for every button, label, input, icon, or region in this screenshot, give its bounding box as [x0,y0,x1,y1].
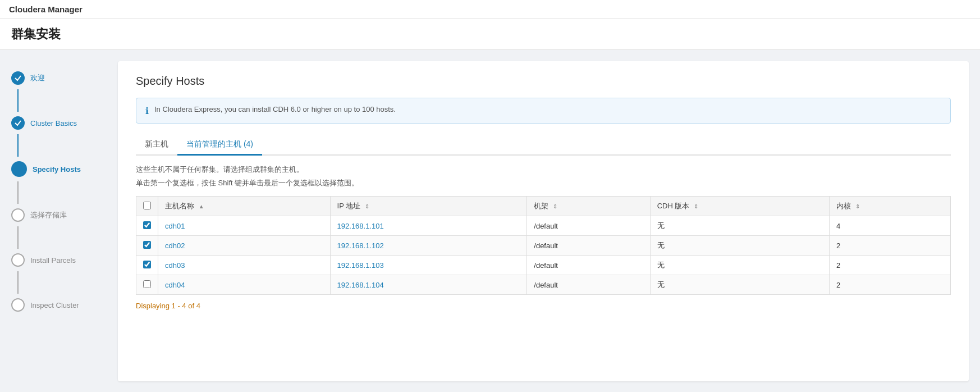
cdh-cell-2: 无 [650,256,829,275]
sort-hostname-icon: ▲ [199,203,204,209]
cdh-cell-1: 无 [650,236,829,256]
sort-rack-icon: ⇕ [553,203,557,209]
info-icon: ℹ [145,106,149,116]
desc-text-1: 这些主机不属于任何群集。请选择组成群集的主机。 [136,165,951,175]
step-label-select-repo: 选择存储库 [30,210,67,220]
connector-2 [17,134,19,157]
sidebar-item-specify-hosts[interactable]: Specify Hosts [0,157,112,181]
step-icon-cluster-basics [11,116,25,130]
sidebar: 欢迎 Cluster Basics Specify Hosts [0,50,112,392]
step-item-install-parcels: Install Parcels [0,249,112,294]
th-ip[interactable]: IP 地址 ⇕ [330,197,527,216]
step-item-welcome: 欢迎 [0,67,112,112]
hostname-link-0[interactable]: cdh01 [165,222,185,230]
row-checkbox-3[interactable] [143,280,151,288]
th-cdh[interactable]: CDH 版本 ⇕ [650,197,829,216]
connector-5 [17,271,19,294]
desc-text-2: 单击第一个复选框，按住 Shift 键并单击最后一个复选框以选择范围。 [136,178,951,188]
cdh-cell-3: 无 [650,275,829,295]
th-rack[interactable]: 机架 ⇕ [527,197,650,216]
step-icon-welcome [11,71,25,85]
step-label-specify-hosts: Specify Hosts [33,165,81,174]
step-icon-specify-hosts [11,161,27,177]
sidebar-item-inspect-cluster[interactable]: Inspect Cluster [0,294,112,316]
info-box: ℹ In Cloudera Express, you can install C… [136,98,951,124]
step-label-inspect-cluster: Inspect Cluster [30,301,79,309]
rack-cell-2: /default [527,256,650,275]
step-icon-select-repo [11,208,25,222]
row-checkbox-1[interactable] [143,241,151,249]
top-nav: Cloudera Manager [0,0,980,19]
cores-cell-3: 2 [829,275,950,295]
row-checkbox-2[interactable] [143,261,151,268]
info-text: In Cloudera Express, you can install CDH… [154,105,396,113]
th-cores[interactable]: 内核 ⇕ [829,197,950,216]
tabs-bar: 新主机 当前管理的主机 (4) [136,135,951,156]
brand-title: Cloudera Manager [9,4,83,14]
sidebar-item-welcome[interactable]: 欢迎 [0,67,112,89]
cores-cell-1: 2 [829,236,950,256]
tab-managed-hosts[interactable]: 当前管理的主机 (4) [177,135,262,156]
step-icon-inspect-cluster [11,298,25,312]
page-title: 群集安装 [0,19,980,50]
table-row: cdh01192.168.1.101/default无4 [136,216,951,236]
ip-link-3[interactable]: 192.168.1.104 [337,281,384,289]
section-title: Specify Hosts [136,75,951,88]
sidebar-item-cluster-basics[interactable]: Cluster Basics [0,112,112,134]
rack-cell-0: /default [527,216,650,236]
select-all-checkbox[interactable] [143,202,151,209]
cores-cell-2: 2 [829,256,950,275]
th-hostname[interactable]: 主机名称 ▲ [158,197,331,216]
displaying-text: Displaying 1 - 4 of 4 [136,302,951,310]
table-row: cdh02192.168.1.102/default无2 [136,236,951,256]
rack-cell-3: /default [527,275,650,295]
step-item-specify-hosts: Specify Hosts [0,157,112,204]
sidebar-item-install-parcels[interactable]: Install Parcels [0,249,112,271]
hostname-link-2[interactable]: cdh03 [165,261,185,270]
step-label-welcome: 欢迎 [30,73,45,83]
content-area: Specify Hosts ℹ In Cloudera Express, you… [118,61,969,381]
step-item-inspect-cluster: Inspect Cluster [0,294,112,316]
sort-ip-icon: ⇕ [365,203,369,209]
connector-3 [17,181,19,204]
ip-link-0[interactable]: 192.168.1.101 [337,222,384,230]
hostname-link-1[interactable]: cdh02 [165,241,185,250]
hosts-table: 主机名称 ▲ IP 地址 ⇕ 机架 ⇕ CDH 版本 ⇕ [136,196,951,295]
main-layout: 欢迎 Cluster Basics Specify Hosts [0,50,980,392]
ip-link-2[interactable]: 192.168.1.103 [337,261,384,270]
table-row: cdh04192.168.1.104/default无2 [136,275,951,295]
connector-4 [17,226,19,249]
tab-new-hosts[interactable]: 新主机 [136,135,177,156]
cores-cell-0: 4 [829,216,950,236]
sort-cores-icon: ⇕ [855,203,860,209]
step-item-cluster-basics: Cluster Basics [0,112,112,157]
step-icon-install-parcels [11,253,25,267]
ip-link-1[interactable]: 192.168.1.102 [337,241,384,250]
cdh-cell-0: 无 [650,216,829,236]
sidebar-item-select-repo[interactable]: 选择存储库 [0,204,112,226]
rack-cell-1: /default [527,236,650,256]
table-row: cdh03192.168.1.103/default无2 [136,256,951,275]
sort-cdh-icon: ⇕ [694,203,698,209]
connector-1 [17,89,19,112]
row-checkbox-0[interactable] [143,221,151,229]
step-label-cluster-basics: Cluster Basics [30,119,77,127]
step-item-select-repo: 选择存储库 [0,204,112,249]
th-checkbox [136,197,158,216]
hostname-link-3[interactable]: cdh04 [165,281,185,289]
step-label-install-parcels: Install Parcels [30,256,76,265]
